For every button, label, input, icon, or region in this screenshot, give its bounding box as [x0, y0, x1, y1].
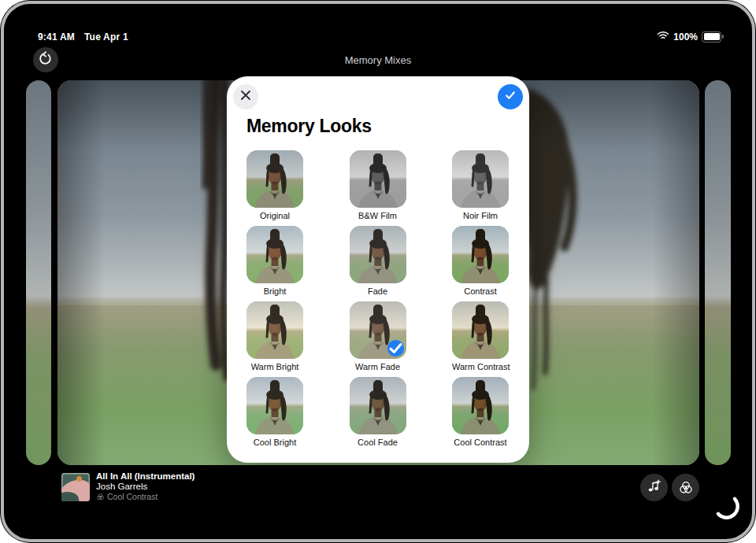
- look-thumbnail: [452, 301, 509, 359]
- add-music-icon: [647, 478, 662, 497]
- now-playing-info: All In All (Instrumental) Josh Garrels C…: [96, 471, 195, 502]
- look-thumbnail: [350, 226, 406, 283]
- look-option-warm-bright[interactable]: Warm Bright: [246, 301, 303, 371]
- page-title: Memory Mixes: [0, 54, 756, 66]
- look-option-original[interactable]: Original: [246, 150, 303, 220]
- next-memory-card[interactable]: [705, 80, 731, 465]
- look-thumbnail: [452, 377, 509, 434]
- look-option-noir-film[interactable]: Noir Film: [452, 150, 509, 220]
- look-thumbnail: [246, 150, 303, 208]
- look-option-cool-fade[interactable]: Cool Fade: [350, 377, 406, 447]
- applied-look-row: Cool Contrast: [96, 492, 195, 502]
- undo-icon: [39, 51, 53, 68]
- memory-looks-modal: Memory Looks Original B&W Film Noir Film…: [227, 76, 529, 463]
- battery-icon: [702, 31, 721, 42]
- checkmark-badge-icon: [387, 340, 404, 356]
- album-art: [61, 473, 90, 501]
- close-button[interactable]: [233, 84, 258, 109]
- memory-looks-button[interactable]: [672, 474, 699, 501]
- song-title: All In All (Instrumental): [96, 471, 195, 482]
- modal-title: Memory Looks: [246, 116, 372, 137]
- add-music-button[interactable]: [640, 474, 668, 501]
- look-thumbnail: [246, 226, 303, 283]
- previous-memory-card[interactable]: [26, 80, 51, 465]
- look-option-warm-fade[interactable]: Warm Fade: [350, 301, 406, 371]
- look-thumbnail: [350, 301, 406, 359]
- look-thumbnail: [350, 377, 406, 434]
- ipad-device: 9:41 AM Tue Apr 1 100% Memory Mixes: [0, 0, 756, 543]
- look-option-cool-contrast[interactable]: Cool Contrast: [452, 377, 509, 447]
- look-option-fade[interactable]: Fade: [350, 226, 406, 296]
- screen: 9:41 AM Tue Apr 1 100% Memory Mixes: [0, 0, 756, 543]
- status-bar-right: 100%: [657, 31, 721, 42]
- look-option-contrast[interactable]: Contrast: [452, 226, 509, 296]
- confirm-button[interactable]: [498, 84, 523, 109]
- look-option-bright[interactable]: Bright: [246, 226, 303, 296]
- look-thumbnail: [246, 301, 303, 359]
- song-artist: Josh Garrels: [96, 482, 195, 492]
- memory-look-icon: [96, 493, 105, 501]
- filters-icon: [678, 480, 694, 496]
- applied-look-label: Cool Contrast: [107, 492, 158, 502]
- look-option-warm-contrast[interactable]: Warm Contrast: [452, 301, 509, 371]
- close-icon: [240, 90, 251, 104]
- clock: 9:41 AM: [38, 31, 75, 42]
- wifi-icon: [657, 31, 669, 42]
- look-thumbnail: [246, 377, 303, 434]
- look-option-cool-bright[interactable]: Cool Bright: [246, 377, 303, 447]
- look-option-bw-film[interactable]: B&W Film: [350, 150, 406, 220]
- looks-grid: Original B&W Film Noir Film Bright Fade: [246, 150, 509, 447]
- undo-button[interactable]: [33, 47, 58, 72]
- checkmark-icon: [504, 89, 517, 105]
- look-thumbnail: [350, 150, 406, 208]
- status-bar-left: 9:41 AM Tue Apr 1: [38, 31, 128, 42]
- battery-percent: 100%: [673, 31, 698, 42]
- date: Tue Apr 1: [84, 31, 128, 42]
- corner-arc-decoration: [711, 489, 743, 521]
- look-thumbnail: [452, 226, 509, 283]
- look-thumbnail: [452, 150, 509, 208]
